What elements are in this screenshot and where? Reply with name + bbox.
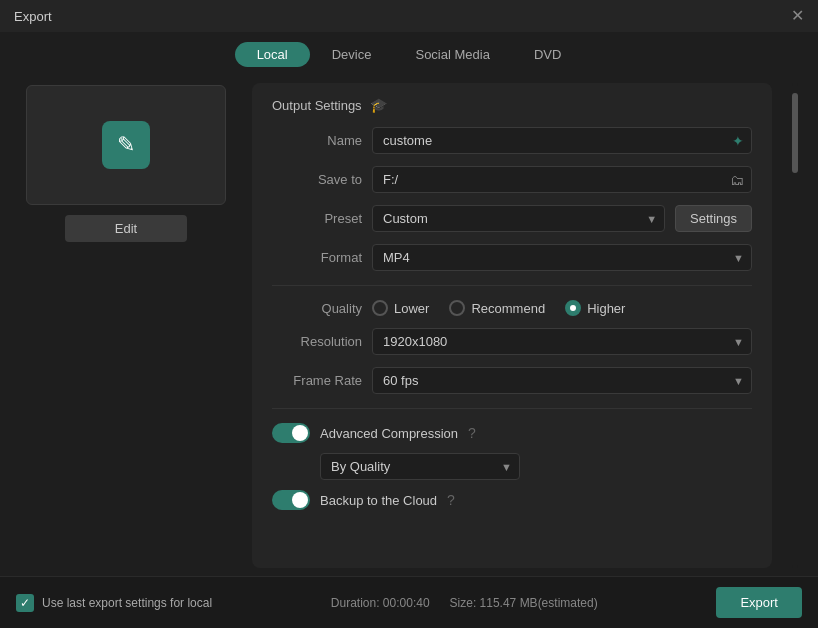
format-select-wrapper: MP4 MOV AVI MKV ▼ (372, 244, 752, 271)
checkbox-icon[interactable]: ✓ (16, 594, 34, 612)
frame-rate-row: Frame Rate 60 fps 30 fps 24 fps 15 fps ▼ (272, 367, 752, 394)
window-title: Export (14, 9, 52, 24)
bottom-center: Duration: 00:00:40 Size: 115.47 MB(estim… (331, 596, 598, 610)
left-panel: ✎ Edit (16, 75, 236, 576)
folder-icon[interactable]: 🗂 (730, 172, 744, 188)
tab-dvd[interactable]: DVD (512, 42, 583, 67)
by-quality-select[interactable]: By Quality By Size (320, 453, 520, 480)
frame-rate-select[interactable]: 60 fps 30 fps 24 fps 15 fps (372, 367, 752, 394)
preset-row: Preset Custom Default High Quality Low Q… (272, 205, 752, 232)
backup-cloud-knob (292, 492, 308, 508)
preview-icon: ✎ (102, 121, 150, 169)
size-label: Size: 115.47 MB(estimated) (450, 596, 598, 610)
advanced-compression-help-icon[interactable]: ? (468, 425, 476, 441)
advanced-compression-label: Advanced Compression (320, 426, 458, 441)
section-title-text: Output Settings (272, 98, 362, 113)
quality-recommend-label: Recommend (471, 301, 545, 316)
name-label: Name (272, 133, 362, 148)
edit-button[interactable]: Edit (65, 215, 187, 242)
name-row: Name ✦ (272, 127, 752, 154)
backup-cloud-label: Backup to the Cloud (320, 493, 437, 508)
resolution-select[interactable]: 1920x1080 1280x720 3840x2160 640x480 (372, 328, 752, 355)
quality-options: Lower Recommend Higher (372, 300, 625, 316)
frame-rate-label: Frame Rate (272, 373, 362, 388)
export-button[interactable]: Export (716, 587, 802, 618)
duration-label: Duration: 00:00:40 (331, 596, 430, 610)
advanced-compression-toggle[interactable] (272, 423, 310, 443)
advanced-compression-knob (292, 425, 308, 441)
save-to-label: Save to (272, 172, 362, 187)
backup-cloud-toggle[interactable] (272, 490, 310, 510)
preset-label: Preset (272, 211, 362, 226)
settings-button[interactable]: Settings (675, 205, 752, 232)
quality-row: Quality Lower Recommend Higher (272, 300, 752, 316)
resolution-label: Resolution (272, 334, 362, 349)
resolution-select-wrapper: 1920x1080 1280x720 3840x2160 640x480 ▼ (372, 328, 752, 355)
quality-higher-radio[interactable] (565, 300, 581, 316)
backup-cloud-help-icon[interactable]: ? (447, 492, 455, 508)
bottom-left: ✓ Use last export settings for local (16, 594, 212, 612)
tab-device[interactable]: Device (310, 42, 394, 67)
advanced-compression-row: Advanced Compression ? (272, 423, 752, 443)
scrollbar-thumb[interactable] (792, 93, 798, 173)
close-button[interactable]: ✕ (791, 8, 804, 24)
format-label: Format (272, 250, 362, 265)
name-input[interactable] (372, 127, 752, 154)
save-to-row: Save to 🗂 (272, 166, 752, 193)
backup-cloud-row: Backup to the Cloud ? (272, 490, 752, 510)
format-select[interactable]: MP4 MOV AVI MKV (372, 244, 752, 271)
tab-social-media[interactable]: Social Media (393, 42, 511, 67)
quality-higher-label: Higher (587, 301, 625, 316)
frame-rate-select-wrapper: 60 fps 30 fps 24 fps 15 fps ▼ (372, 367, 752, 394)
preset-select-wrapper: Custom Default High Quality Low Quality … (372, 205, 665, 232)
by-quality-row: By Quality By Size ▼ (320, 453, 752, 480)
tab-local[interactable]: Local (235, 42, 310, 67)
preview-box: ✎ (26, 85, 226, 205)
quality-higher-option[interactable]: Higher (565, 300, 625, 316)
info-icon: 🎓 (370, 97, 387, 113)
quality-lower-option[interactable]: Lower (372, 300, 429, 316)
bottom-bar: ✓ Use last export settings for local Dur… (0, 576, 818, 628)
by-quality-select-wrapper: By Quality By Size ▼ (320, 453, 520, 480)
tab-bar: Local Device Social Media DVD (0, 32, 818, 75)
format-row: Format MP4 MOV AVI MKV ▼ (272, 244, 752, 271)
right-panel: Output Settings 🎓 Name ✦ Save to 🗂 Prese… (252, 83, 772, 568)
divider-2 (272, 408, 752, 409)
save-to-input[interactable] (372, 166, 752, 193)
scrollbar-track[interactable] (792, 83, 798, 568)
divider-1 (272, 285, 752, 286)
quality-recommend-radio[interactable] (449, 300, 465, 316)
section-title: Output Settings 🎓 (272, 97, 752, 113)
quality-label: Quality (272, 301, 362, 316)
quality-lower-label: Lower (394, 301, 429, 316)
save-to-input-wrapper: 🗂 (372, 166, 752, 193)
title-bar: Export ✕ (0, 0, 818, 32)
resolution-row: Resolution 1920x1080 1280x720 3840x2160 … (272, 328, 752, 355)
quality-recommend-option[interactable]: Recommend (449, 300, 545, 316)
quality-lower-radio[interactable] (372, 300, 388, 316)
name-input-wrapper: ✦ (372, 127, 752, 154)
main-content: ✎ Edit Output Settings 🎓 Name ✦ Save to … (0, 75, 818, 576)
preset-select[interactable]: Custom Default High Quality Low Quality (372, 205, 665, 232)
bottom-checkbox-label: Use last export settings for local (42, 596, 212, 610)
ai-icon: ✦ (732, 133, 744, 149)
